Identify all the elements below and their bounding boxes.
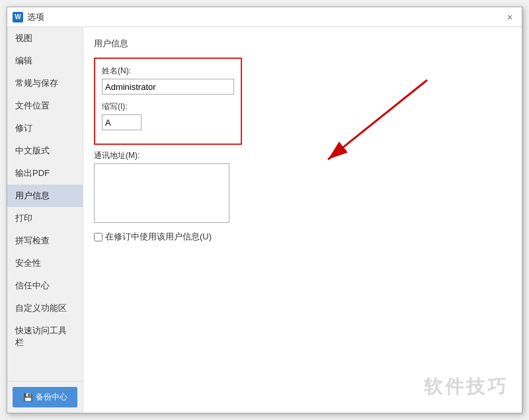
title-bar-left: W 选项 [13, 11, 44, 23]
window-title: 选项 [27, 11, 44, 23]
sidebar: 视图 编辑 常规与保存 文件位置 修订 中文版式 输出PDF 用户信息 打印 拼… [7, 27, 83, 413]
name-label: 姓名(N): [102, 65, 234, 77]
highlight-box: 姓名(N): 缩写(I): [94, 58, 242, 145]
sidebar-item-general[interactable]: 常规与保存 [7, 72, 83, 95]
sidebar-item-spellcheck[interactable]: 拼写检查 [7, 230, 83, 252]
app-icon: W [13, 12, 23, 22]
checkbox-row: 在修订中使用该用户信息(U) [94, 231, 511, 243]
address-label: 通讯地址(M): [94, 150, 511, 161]
backup-center-button[interactable]: 💾 备份中心 [13, 387, 77, 407]
sidebar-item-security[interactable]: 安全性 [7, 252, 83, 274]
main-panel: 用户信息 姓名(N): 缩写(I): 通讯地址(M): [83, 27, 522, 413]
backup-label: 备份中心 [36, 392, 67, 403]
sidebar-item-trustcenter[interactable]: 信任中心 [7, 274, 83, 297]
close-button[interactable]: × [503, 11, 516, 24]
sidebar-item-customribbon[interactable]: 自定义功能区 [7, 297, 83, 319]
sidebar-footer: 💾 备份中心 [7, 381, 83, 413]
abbr-input[interactable] [102, 114, 142, 130]
sidebar-item-fileloc[interactable]: 文件位置 [7, 95, 83, 117]
address-field-group: 通讯地址(M): [94, 150, 511, 223]
content-area: 视图 编辑 常规与保存 文件位置 修订 中文版式 输出PDF 用户信息 打印 拼… [7, 27, 522, 413]
section-title: 用户信息 [94, 38, 511, 50]
sidebar-item-print[interactable]: 打印 [7, 207, 83, 230]
sidebar-items: 视图 编辑 常规与保存 文件位置 修订 中文版式 输出PDF 用户信息 打印 拼… [7, 27, 83, 381]
name-input[interactable] [102, 79, 234, 95]
backup-icon: 💾 [23, 393, 33, 402]
abbr-field-group: 缩写(I): [102, 101, 234, 130]
sidebar-item-quickaccess[interactable]: 快速访问工具栏 [7, 319, 83, 354]
watermark: 软件技巧 [424, 374, 509, 399]
title-bar: W 选项 × [7, 7, 522, 27]
name-field-group: 姓名(N): [102, 65, 234, 95]
sidebar-item-view[interactable]: 视图 [7, 27, 83, 50]
sidebar-item-userinfo[interactable]: 用户信息 [7, 185, 83, 207]
options-window: W 选项 × 视图 编辑 常规与保存 文件位置 修订 中文版式 输出PDF 用户… [7, 7, 522, 413]
svg-line-1 [328, 80, 427, 159]
abbr-label: 缩写(I): [102, 101, 234, 112]
address-textarea[interactable] [94, 163, 229, 223]
use-userinfo-label[interactable]: 在修订中使用该用户信息(U) [105, 231, 212, 243]
sidebar-item-revision[interactable]: 修订 [7, 117, 83, 140]
sidebar-item-pdf[interactable]: 输出PDF [7, 162, 83, 185]
sidebar-item-chinese[interactable]: 中文版式 [7, 140, 83, 162]
use-userinfo-checkbox[interactable] [94, 233, 102, 241]
sidebar-item-edit[interactable]: 编辑 [7, 50, 83, 72]
